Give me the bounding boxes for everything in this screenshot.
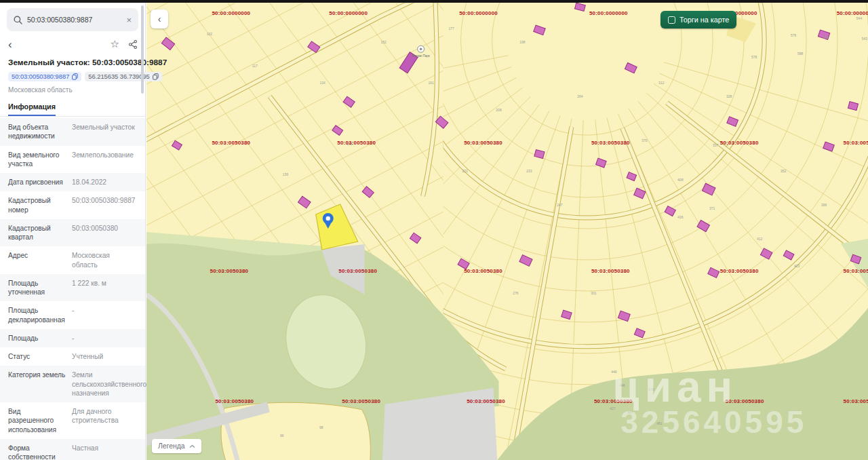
favorite-star-icon[interactable]: ☆ (111, 38, 119, 50)
quarter-label: 50:03:0050380 (844, 268, 868, 274)
quarter-label: 50:00:0000000 (329, 10, 368, 16)
back-icon[interactable]: ‹ (8, 39, 12, 50)
info-row-label: Вид разрешенного использования (8, 407, 66, 434)
info-row: Площадь декларированная- (0, 301, 145, 329)
parcel-number: 396 (821, 203, 827, 207)
info-row-value: 50:03:0050380:9887 (72, 196, 137, 214)
parcel-number: 371 (709, 206, 715, 210)
parcel-number: 408 (677, 178, 684, 182)
quarter-label: 50:03:0050380 (338, 268, 377, 274)
legend-button[interactable]: Легенда (152, 439, 201, 453)
info-row-label: Статус (8, 352, 66, 361)
info-row: Вид объекта недвижимостиЗемельный участо… (0, 118, 145, 146)
collapse-chevron-icon: ‹ (158, 14, 161, 24)
info-row: Форма собственностиЧастная (0, 439, 145, 460)
quarter-label: 50:00:0000000 (589, 10, 628, 16)
quarter-label: 50:03:0050380 (591, 140, 630, 146)
info-row: СтатусУчтенный (0, 347, 145, 366)
info-row-label: Вид объекта недвижимости (8, 123, 66, 141)
info-row-value: Земли сельскохозяйственного назначения (72, 370, 146, 398)
info-row-label: Площадь уточненная (8, 279, 66, 297)
search-input[interactable] (27, 16, 121, 24)
quarter-label: 50:03:0050380 (720, 140, 759, 146)
parcel-number: 352 (781, 169, 787, 173)
parcel-number: 233 (526, 169, 532, 173)
info-row: Площадь- (0, 329, 145, 347)
quarter-label: 50:03:0050380 (464, 140, 502, 146)
parcel-number: 569 (823, 35, 829, 39)
sidebar-nav-row: ‹ ☆ (8, 37, 137, 52)
torgi-map-button[interactable]: Торги на карте (660, 11, 736, 28)
object-title: Земельный участок: 50:03:0050380:9887 (8, 58, 137, 67)
quarter-label: 50:00:0000000 (212, 10, 250, 16)
info-row-label: Кадастровый номер (8, 196, 66, 214)
info-row-label: Площадь (8, 334, 66, 343)
parcel-number: 161 (428, 81, 434, 85)
quarter-label: 50:03:0050380 (591, 268, 630, 274)
cadastral-map[interactable]: Мираж-Парк 37033740843637157858857656954… (146, 3, 868, 460)
close-icon[interactable]: × (126, 16, 132, 24)
parcel-number: 139 (283, 172, 289, 176)
search-icon (14, 16, 22, 24)
info-row-value: Землепользование (72, 151, 137, 169)
info-row-value: 1 222 кв. м (72, 279, 137, 297)
poi-label: Мираж-Парк (412, 54, 430, 58)
parcel-number: 337 (713, 143, 719, 147)
cadastral-number-chip[interactable]: 50:03:0050380:9887 (8, 72, 81, 81)
info-row-label: Категория земель (8, 370, 66, 398)
parcel-number: 370 (642, 138, 648, 142)
parcel-number: 102 (207, 32, 213, 36)
info-row-value: Земельный участок (72, 123, 137, 141)
parcel-number: 117 (252, 64, 258, 68)
parcel-number: 152 (381, 40, 387, 44)
info-row-value: Московская область (72, 251, 137, 269)
info-row-value: Частная (72, 444, 137, 460)
torgi-button-label: Торги на карте (679, 16, 729, 24)
search-bar[interactable]: × (7, 8, 138, 31)
sidebar-scrollbar[interactable] (141, 5, 144, 94)
sidebar-collapse-button[interactable]: ‹ (151, 9, 168, 28)
info-table: Вид объекта недвижимостиЗемельный участо… (0, 118, 145, 460)
legend-button-label: Легенда (158, 442, 185, 450)
info-row-label: Кадастровый квартал (8, 224, 66, 242)
info-row: Дата присвоения18.04.2022 (0, 173, 145, 191)
quarter-label: 50:03:0050380 (844, 140, 868, 146)
parcel-number: 96 (280, 434, 284, 438)
share-icon[interactable] (129, 40, 137, 49)
info-row: Кадастровый номер50:03:0050380:9887 (0, 191, 145, 219)
parcel-number: 312 (658, 81, 665, 85)
parcel-number: 98 (319, 425, 323, 429)
parcel-number: 177 (448, 26, 454, 31)
cadastral-number-text: 50:03:0050380:9887 (12, 73, 69, 80)
info-row-label: Дата присвоения (8, 178, 66, 187)
info-row: Вид земельного участкаЗемлепользование (0, 146, 145, 174)
quarter-label: 50:00:0000000 (459, 10, 498, 16)
parcel-number: 276 (513, 291, 519, 295)
quarter-label: 50:03:0050380 (342, 398, 380, 404)
info-row-label: Форма собственности (8, 444, 66, 460)
info-row: Площадь уточненная1 222 кв. м (0, 274, 145, 302)
info-row-value: Для дачного строительства (72, 407, 137, 434)
parcel-number: 247 (557, 203, 563, 207)
quarter-label: 50:03:0050380 (467, 398, 505, 404)
tab-information[interactable]: Информация (8, 100, 56, 116)
parcel-number: 221 (462, 169, 468, 173)
parcel-number: 198 (519, 40, 526, 44)
quarter-label: 50:03:0050380 (215, 398, 254, 404)
window-top-edge (0, 0, 868, 3)
map-canvas[interactable]: Мираж-Парк 37033740843637157858857656954… (146, 3, 868, 460)
parcel-number: 301 (591, 291, 597, 295)
quarter-label: 50:03:0050380 (337, 140, 376, 146)
parcel-number: 134 (320, 81, 326, 85)
quarter-label: 50:00:0000000 (837, 10, 868, 16)
chevron-up-icon (189, 444, 195, 448)
copy-icon (72, 73, 78, 80)
watermark-id: 325640595 (620, 404, 807, 440)
quarter-label: 50:03:0050380 (720, 268, 759, 274)
region-label: Московская область (8, 86, 137, 94)
quarter-label: 50:03:0050380 (464, 268, 502, 274)
info-row-label: Площадь декларированная (8, 306, 66, 324)
info-row: Вид разрешенного использованияДля дачног… (0, 402, 145, 439)
info-row: Кадастровый квартал50:03:0050380 (0, 219, 145, 247)
coordinates-chip[interactable]: 56.215635 36.739095 (85, 72, 161, 81)
